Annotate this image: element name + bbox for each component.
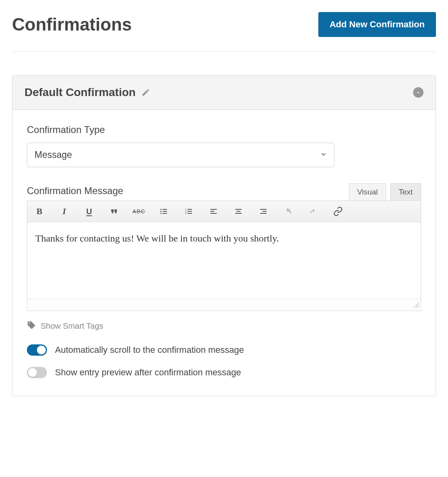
svg-rect-19: [263, 211, 267, 212]
resize-handle-icon[interactable]: [413, 302, 419, 309]
svg-rect-5: [163, 213, 167, 214]
add-new-confirmation-button[interactable]: Add New Confirmation: [318, 12, 436, 37]
page-title: Confirmations: [12, 14, 132, 35]
align-center-button[interactable]: [231, 204, 246, 219]
tag-icon: [27, 321, 36, 332]
svg-rect-18: [260, 209, 267, 210]
tab-visual[interactable]: Visual: [349, 183, 386, 201]
toggle-entry-preview[interactable]: [27, 367, 47, 378]
svg-rect-3: [163, 209, 167, 210]
confirmation-type-select[interactable]: Message: [27, 143, 334, 167]
numbered-list-button[interactable]: 123: [181, 204, 196, 219]
pencil-icon[interactable]: [141, 88, 150, 97]
underline-button[interactable]: U: [82, 204, 96, 219]
italic-button[interactable]: I: [57, 204, 71, 219]
svg-rect-17: [235, 213, 242, 214]
smart-tags-label: Show Smart Tags: [41, 321, 103, 331]
svg-rect-11: [187, 213, 192, 214]
confirmation-panel: Default Confirmation Confirmation Type M…: [12, 75, 436, 396]
align-right-button[interactable]: [256, 204, 271, 219]
blockquote-button[interactable]: [107, 204, 121, 219]
svg-rect-13: [210, 211, 214, 212]
svg-point-26: [418, 307, 419, 307]
message-editor[interactable]: Thanks for contacting us! We will be in …: [27, 222, 421, 299]
toggle-entry-preview-label: Show entry preview after confirmation me…: [55, 367, 241, 378]
divider: [12, 51, 436, 52]
editor-statusbar: [27, 299, 421, 311]
editor-container: B I U ABC 123: [27, 201, 421, 311]
panel-header[interactable]: Default Confirmation: [12, 76, 436, 110]
svg-point-1: [161, 211, 162, 212]
svg-point-2: [161, 213, 162, 214]
toggle-auto-scroll[interactable]: [27, 344, 47, 356]
panel-title: Default Confirmation: [24, 86, 136, 99]
svg-rect-16: [236, 211, 240, 212]
svg-rect-10: [187, 211, 192, 212]
bullet-list-button[interactable]: [157, 204, 171, 219]
tab-text[interactable]: Text: [390, 183, 421, 201]
editor-toolbar: B I U ABC 123: [27, 201, 421, 222]
show-smart-tags-link[interactable]: Show Smart Tags: [27, 321, 421, 332]
link-button[interactable]: [331, 204, 345, 219]
svg-rect-12: [210, 209, 217, 210]
confirmation-type-label: Confirmation Type: [27, 124, 421, 135]
bold-button[interactable]: B: [32, 204, 47, 219]
confirmation-message-label: Confirmation Message: [27, 185, 123, 197]
panel-body: Confirmation Type Message Confirmation M…: [12, 110, 436, 396]
svg-rect-9: [187, 209, 192, 210]
strikethrough-button[interactable]: ABC: [132, 204, 146, 219]
svg-point-22: [416, 305, 417, 305]
svg-point-25: [416, 307, 417, 307]
chevron-up-icon[interactable]: [413, 87, 424, 98]
undo-button[interactable]: [281, 204, 295, 219]
svg-point-21: [418, 303, 419, 303]
svg-rect-14: [210, 213, 217, 214]
svg-point-24: [414, 307, 415, 307]
svg-text:3: 3: [185, 212, 187, 215]
svg-rect-4: [163, 211, 167, 212]
svg-point-23: [418, 305, 419, 305]
toggle-auto-scroll-label: Automatically scroll to the confirmation…: [55, 345, 244, 355]
svg-point-0: [161, 209, 162, 210]
svg-rect-15: [235, 209, 242, 210]
redo-button[interactable]: [306, 204, 320, 219]
align-left-button[interactable]: [206, 204, 221, 219]
svg-rect-20: [260, 213, 267, 214]
